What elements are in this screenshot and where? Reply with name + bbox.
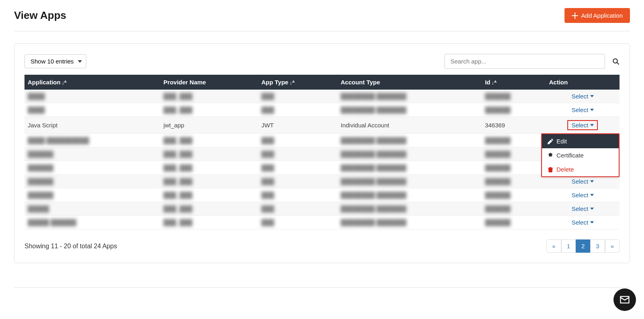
action-cell: Select [546, 216, 620, 229]
add-application-button[interactable]: Add Application [565, 8, 630, 23]
caret-down-icon [590, 94, 594, 98]
search-input[interactable] [444, 54, 605, 69]
select-action[interactable]: Select [571, 106, 594, 113]
cell-application: ██████ [24, 147, 160, 161]
cell-provider: ███_███ [160, 188, 258, 202]
col-application[interactable]: Application↓ᴬ [24, 75, 160, 90]
cell-apptype: ███ [258, 103, 338, 117]
pencil-icon [548, 139, 553, 144]
select-action[interactable]: Select [571, 178, 594, 185]
cell-id: ██████ [482, 147, 546, 161]
page-3[interactable]: 3 [590, 239, 605, 253]
caret-down-icon [590, 207, 594, 211]
cell-accounttype: ████████ ███████ [338, 90, 482, 103]
cell-id: ██████ [482, 90, 546, 103]
caret-down-icon [590, 180, 594, 183]
cell-application: █████ ██████ [24, 216, 160, 229]
page-title: View Apps [14, 9, 66, 22]
cell-provider: ███_███ [160, 147, 258, 161]
cell-application: ██████ [24, 188, 160, 202]
plus-icon [572, 12, 578, 19]
action-cell: Select EditCertificateDelete [546, 117, 620, 134]
action-dropdown: EditCertificateDelete [541, 133, 620, 177]
select-action[interactable]: Select [571, 192, 594, 198]
action-cell: Select [546, 188, 620, 202]
svg-point-0 [613, 59, 618, 63]
cell-application: █████ [24, 202, 160, 216]
cell-id: ██████ [482, 103, 546, 117]
cell-application: ██████ [24, 161, 160, 175]
svg-line-1 [617, 62, 619, 64]
cell-id: ██████ [482, 202, 546, 216]
cell-apptype: ███ [258, 188, 338, 202]
col-id[interactable]: Id↓ᴬ [482, 75, 546, 90]
table-row: ███████_██████████████ █████████████Sele… [24, 103, 620, 117]
col-apptype[interactable]: App Type↓ᴬ [258, 75, 338, 90]
dropdown-delete[interactable]: Delete [542, 162, 619, 176]
cell-accounttype: ████████ ███████ [338, 161, 482, 175]
cell-id: ██████ [482, 188, 546, 202]
certificate-icon [548, 153, 553, 158]
table-row: █████████_██████████████ █████████████Se… [24, 161, 620, 175]
cell-application: ████ [24, 103, 160, 117]
cell-apptype: ███ [258, 161, 338, 175]
cell-provider: ███_███ [160, 90, 258, 103]
cell-application: Java Script [24, 117, 160, 134]
cell-id: ██████ [482, 175, 546, 188]
table-row: ████████_██████████████ █████████████Sel… [24, 202, 620, 216]
cell-id: ██████ [482, 161, 546, 175]
cell-accounttype: ████████ ███████ [338, 188, 482, 202]
caret-down-icon [590, 193, 594, 197]
table-row: Java Scriptjwt_appJWTIndividual Account3… [24, 117, 620, 134]
page-next[interactable]: » [605, 239, 620, 253]
col-action: Action [546, 75, 620, 90]
cell-apptype: ███ [258, 202, 338, 216]
cell-apptype: ███ [258, 216, 338, 229]
cell-apptype: ███ [258, 147, 338, 161]
select-action[interactable]: Select [571, 205, 594, 212]
cell-provider: ███_███ [160, 175, 258, 188]
cell-provider: jwt_app [160, 117, 258, 134]
search-icon[interactable] [612, 58, 620, 65]
results-summary: Showing 11 - 20 of total 24 Apps [24, 243, 117, 250]
sort-icon: ↓ᴬ [62, 80, 67, 86]
cell-id: ██████ [482, 134, 546, 147]
trash-icon [548, 167, 553, 172]
cell-application: ██████ [24, 175, 160, 188]
select-action[interactable]: Select [571, 122, 594, 129]
table-row: █████████_██████████████ █████████████Se… [24, 188, 620, 202]
page-1[interactable]: 1 [561, 239, 576, 253]
table-row: █████ █████████_██████████████ █████████… [24, 216, 620, 229]
sort-icon: ↓ᴬ [491, 80, 497, 86]
cell-provider: ███_███ [160, 216, 258, 229]
sort-icon: ↓ᴬ [289, 80, 295, 86]
cell-provider: ███_███ [160, 134, 258, 147]
dropdown-certificate[interactable]: Certificate [542, 148, 619, 162]
dropdown-edit[interactable]: Edit [542, 134, 619, 148]
col-provider[interactable]: Provider Name [160, 75, 258, 90]
add-application-label: Add Application [581, 12, 623, 19]
table-row: ████ █████████████_██████████████ ██████… [24, 134, 620, 147]
pagination: «123» [546, 239, 620, 253]
cell-accounttype: ████████ ███████ [338, 147, 482, 161]
action-cell: Select [546, 103, 620, 117]
page-prev[interactable]: « [546, 239, 561, 253]
cell-application: ████ [24, 90, 160, 103]
table-row: █████████_██████████████ █████████████Se… [24, 175, 620, 188]
cell-apptype: ███ [258, 90, 338, 103]
cell-provider: ███_███ [160, 202, 258, 216]
cell-accounttype: Individual Account [338, 117, 482, 134]
cell-accounttype: ████████ ███████ [338, 134, 482, 147]
cell-apptype: ███ [258, 175, 338, 188]
cell-apptype: JWT [258, 117, 338, 134]
col-accounttype[interactable]: Account Type [338, 75, 482, 90]
select-action[interactable]: Select [571, 219, 594, 226]
table-row: █████████_██████████████ █████████████Se… [24, 147, 620, 161]
caret-down-icon [590, 221, 594, 224]
select-action[interactable]: Select [571, 93, 594, 100]
cell-provider: ███_███ [160, 161, 258, 175]
cell-accounttype: ████████ ███████ [338, 216, 482, 229]
table-row: ███████_██████████████ █████████████Sele… [24, 90, 620, 103]
page-2[interactable]: 2 [576, 239, 590, 253]
entries-select[interactable]: Show 10 entries [24, 54, 86, 68]
